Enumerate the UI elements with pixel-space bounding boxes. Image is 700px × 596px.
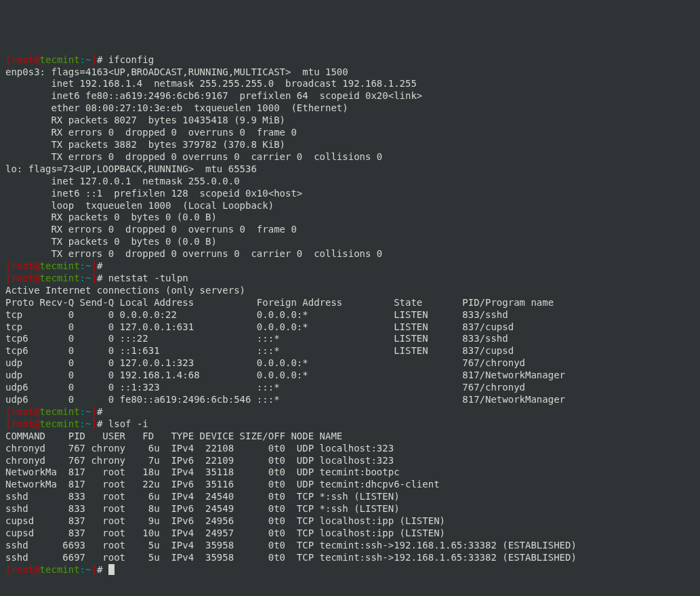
command-ifconfig: ifconfig [108,54,154,65]
cursor [108,564,115,575]
prompt-line-current[interactable]: [root@tecmint:~]# [5,564,695,576]
output-line: tcp6 0 0 ::1:631 :::* LISTEN 837/cupsd [5,345,695,357]
terminal-output[interactable]: [root@tecmint:~]# ifconfigenp0s3: flags=… [5,54,695,576]
output-line: ether 08:00:27:10:3e:eb txqueuelen 1000 … [5,102,695,115]
prompt-line: [root@tecmint:~]# netstat -tulpn [5,273,695,285]
command-lsof: lsof -i [108,418,148,429]
output-line: inet 127.0.0.1 netmask 255.0.0.0 [5,176,695,188]
output-line: NetworkMa 817 root 22u IPv6 35116 0t0 UD… [5,479,695,491]
output-line: COMMAND PID USER FD TYPE DEVICE SIZE/OFF… [5,431,695,443]
command-netstat: netstat -tulpn [108,273,188,283]
output-line: Proto Recv-Q Send-Q Local Address Foreig… [5,297,695,309]
output-line: TX packets 3882 bytes 379782 (370.8 KiB) [5,139,695,151]
output-line: cupsd 837 root 10u IPv4 24957 0t0 TCP lo… [5,528,695,540]
output-line: sshd 833 root 6u IPv4 24540 0t0 TCP *:ss… [5,491,695,503]
prompt-line: [root@tecmint:~]# [5,260,695,273]
output-line: TX packets 0 bytes 0 (0.0 B) [5,236,695,248]
output-line: TX errors 0 dropped 0 overruns 0 carrier… [5,248,695,260]
output-line: inet6 fe80::a619:2496:6cb6:9167 prefixle… [5,90,695,102]
output-line: Active Internet connections (only server… [5,285,695,297]
output-line: RX packets 0 bytes 0 (0.0 B) [5,212,695,224]
output-line: udp6 0 0 fe80::a619:2496:6cb:546 :::* 81… [5,394,695,406]
output-line: lo: flags=73<UP,LOOPBACK,RUNNING> mtu 65… [5,163,695,176]
output-line: tcp 0 0 127.0.0.1:631 0.0.0.0:* LISTEN 8… [5,321,695,334]
output-line: inet6 ::1 prefixlen 128 scopeid 0x10<hos… [5,188,695,200]
output-line: NetworkMa 817 root 18u IPv4 35118 0t0 UD… [5,466,695,479]
output-line: udp 0 0 192.168.1.4:68 0.0.0.0:* 817/Net… [5,370,695,382]
output-line: chronyd 767 chrony 6u IPv4 22108 0t0 UDP… [5,443,695,455]
output-line: tcp 0 0 0.0.0.0:22 0.0.0.0:* LISTEN 833/… [5,309,695,321]
output-line: RX packets 8027 bytes 10435418 (9.9 MiB) [5,115,695,127]
output-line: udp 0 0 127.0.0.1:323 0.0.0.0:* 767/chro… [5,357,695,370]
output-line: RX errors 0 dropped 0 overruns 0 frame 0 [5,224,695,236]
output-line: loop txqueuelen 1000 (Local Loopback) [5,200,695,212]
prompt-line: [root@tecmint:~]# ifconfig [5,54,695,66]
prompt-line: [root@tecmint:~]# [5,406,695,418]
output-line: TX errors 0 dropped 0 overruns 0 carrier… [5,151,695,163]
output-line: sshd 6693 root 5u IPv4 35958 0t0 TCP tec… [5,540,695,552]
output-line: RX errors 0 dropped 0 overruns 0 frame 0 [5,127,695,139]
output-line: sshd 6697 root 5u IPv4 35958 0t0 TCP tec… [5,552,695,564]
output-line: sshd 833 root 8u IPv6 24549 0t0 TCP *:ss… [5,503,695,515]
prompt-line: [root@tecmint:~]# lsof -i [5,418,695,431]
output-line: enp0s3: flags=4163<UP,BROADCAST,RUNNING,… [5,66,695,79]
output-line: inet 192.168.1.4 netmask 255.255.255.0 b… [5,78,695,90]
output-line: cupsd 837 root 9u IPv6 24956 0t0 TCP loc… [5,515,695,528]
output-line: udp6 0 0 ::1:323 :::* 767/chronyd [5,382,695,394]
output-line: tcp6 0 0 :::22 :::* LISTEN 833/sshd [5,333,695,345]
output-line: chronyd 767 chrony 7u IPv6 22109 0t0 UDP… [5,455,695,467]
